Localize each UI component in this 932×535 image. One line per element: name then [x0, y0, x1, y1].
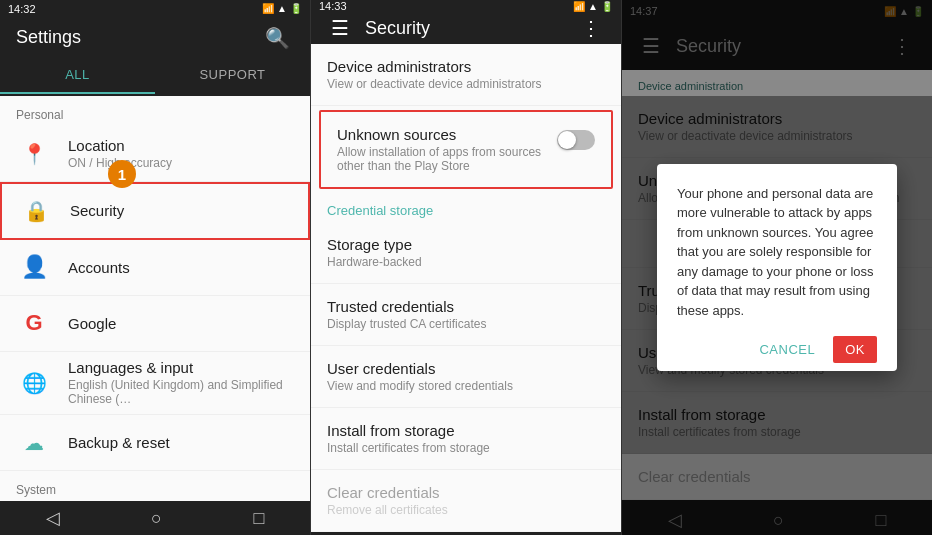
panel-security: 14:33 📶 ▲ 🔋 ☰ Security ⋮ Device administ…	[311, 0, 622, 535]
list-item-security[interactable]: 🔒 Security	[0, 182, 310, 239]
p2-unknown-sources[interactable]: Unknown sources Allow installation of ap…	[321, 112, 611, 187]
backup-icon: ☁	[16, 425, 52, 461]
location-icon: 📍	[16, 136, 52, 172]
languages-title: Languages & input	[68, 359, 294, 376]
languages-subtitle: English (United Kingdom) and Simplified …	[68, 378, 294, 406]
tab-support[interactable]: SUPPORT	[155, 57, 310, 94]
recent-btn-1[interactable]: □	[233, 502, 284, 535]
warning-dialog: Your phone and personal data are more vu…	[657, 164, 897, 372]
badge-1: 1	[108, 160, 136, 188]
status-icons-2: 📶 ▲ 🔋	[573, 1, 613, 12]
google-title: Google	[68, 315, 294, 332]
status-bar-time-2: 14:33	[319, 0, 347, 12]
languages-icon: 🌐	[16, 365, 52, 401]
hamburger-icon-2[interactable]: ☰	[327, 12, 353, 44]
app-bar-title-1: Settings	[16, 27, 261, 48]
p2-credential-section: Credential storage	[311, 193, 621, 222]
bottom-nav-1: ◁ ○ □	[0, 501, 310, 535]
backup-text: Backup & reset	[68, 434, 294, 451]
wifi-icon-2: ▲	[588, 1, 598, 12]
unknown-sources-toggle[interactable]	[557, 130, 595, 150]
accounts-title: Accounts	[68, 259, 294, 276]
list-item-google[interactable]: G Google	[0, 296, 310, 352]
p2-trusted-creds-title: Trusted credentials	[327, 298, 605, 315]
p2-device-admins-title: Device administrators	[327, 58, 605, 75]
dialog-buttons: CANCEL OK	[677, 336, 877, 363]
tab-all[interactable]: ALL	[0, 57, 155, 94]
accounts-text: Accounts	[68, 259, 294, 276]
security-icon: 🔒	[18, 193, 54, 229]
app-bar-1: Settings 🔍	[0, 18, 310, 57]
p2-install-storage-title: Install from storage	[327, 422, 605, 439]
google-text: Google	[68, 315, 294, 332]
accounts-icon: 👤	[16, 249, 52, 285]
status-bar-2: 14:33 📶 ▲ 🔋	[311, 0, 621, 12]
p2-clear-creds-title: Clear credentials	[327, 484, 605, 501]
location-subtitle: ON / High accuracy	[68, 156, 294, 170]
languages-text: Languages & input English (United Kingdo…	[68, 359, 294, 406]
list-item-backup[interactable]: ☁ Backup & reset	[0, 415, 310, 471]
back-btn-1[interactable]: ◁	[26, 501, 80, 535]
p2-user-creds-title: User credentials	[327, 360, 605, 377]
more-icon-2[interactable]: ⋮	[577, 12, 605, 44]
section-personal: Personal	[0, 96, 310, 126]
panel-security-dialog: 14:37 📶 ▲ 🔋 ☰ Security ⋮ Device administ…	[622, 0, 932, 535]
location-text: Location ON / High accuracy	[68, 137, 294, 170]
p2-unknown-sources-box: Unknown sources Allow installation of ap…	[319, 110, 613, 189]
p2-device-admins[interactable]: Device administrators View or deactivate…	[311, 44, 621, 106]
p2-unknown-sources-text: Unknown sources Allow installation of ap…	[337, 126, 549, 173]
google-icon: G	[16, 305, 52, 341]
p2-clear-creds-subtitle: Remove all certificates	[327, 503, 605, 517]
p2-clear-creds: Clear credentials Remove all certificate…	[311, 470, 621, 532]
p2-user-creds-subtitle: View and modify stored credentials	[327, 379, 605, 393]
battery-icon-2: 🔋	[601, 1, 613, 12]
dialog-overlay: Your phone and personal data are more vu…	[622, 0, 932, 535]
dialog-text: Your phone and personal data are more vu…	[677, 184, 877, 321]
p2-device-admins-subtitle: View or deactivate device administrators	[327, 77, 605, 91]
status-icons-1: 📶 ▲ 🔋	[262, 3, 302, 14]
p2-install-storage-subtitle: Install certificates from storage	[327, 441, 605, 455]
dialog-ok-button[interactable]: OK	[833, 336, 877, 363]
battery-icon: 🔋	[290, 3, 302, 14]
p2-storage-type[interactable]: Storage type Hardware-backed	[311, 222, 621, 284]
app-bar-title-2: Security	[365, 18, 577, 39]
p2-unknown-sources-title: Unknown sources	[337, 126, 549, 143]
p2-storage-type-title: Storage type	[327, 236, 605, 253]
backup-title: Backup & reset	[68, 434, 294, 451]
p2-storage-type-subtitle: Hardware-backed	[327, 255, 605, 269]
section-system: System	[0, 471, 310, 501]
list-item-accounts[interactable]: 👤 Accounts	[0, 240, 310, 296]
app-bar-2: ☰ Security ⋮	[311, 12, 621, 44]
wifi-icon: ▲	[277, 3, 287, 14]
security-title: Security	[70, 202, 292, 219]
panel-settings: 14:32 📶 ▲ 🔋 Settings 🔍 ALL SUPPORT Perso…	[0, 0, 311, 535]
p2-user-creds[interactable]: User credentials View and modify stored …	[311, 346, 621, 408]
p2-trusted-creds-subtitle: Display trusted CA certificates	[327, 317, 605, 331]
dialog-cancel-button[interactable]: CANCEL	[749, 336, 825, 363]
p2-unknown-sources-subtitle: Allow installation of apps from sources …	[337, 145, 549, 173]
search-icon[interactable]: 🔍	[261, 22, 294, 54]
p2-trusted-creds[interactable]: Trusted credentials Display trusted CA c…	[311, 284, 621, 346]
security-text: Security	[70, 202, 292, 219]
status-bar-time-1: 14:32	[8, 3, 36, 15]
home-btn-1[interactable]: ○	[131, 502, 182, 535]
status-bar-1: 14:32 📶 ▲ 🔋	[0, 0, 310, 18]
tabs-bar: ALL SUPPORT	[0, 57, 310, 96]
list-item-location[interactable]: 📍 Location ON / High accuracy	[0, 126, 310, 182]
p2-install-storage[interactable]: Install from storage Install certificate…	[311, 408, 621, 470]
signal-icon: 📶	[262, 3, 274, 14]
location-title: Location	[68, 137, 294, 154]
list-item-languages[interactable]: 🌐 Languages & input English (United King…	[0, 352, 310, 415]
signal-icon-2: 📶	[573, 1, 585, 12]
